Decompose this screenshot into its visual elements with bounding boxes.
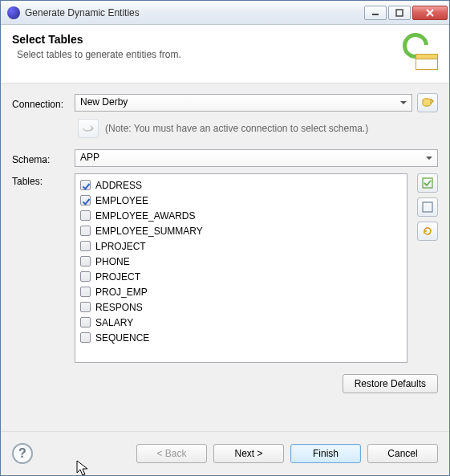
- table-name: LPROJECT: [95, 241, 146, 252]
- table-checkbox[interactable]: [80, 241, 91, 251]
- tables-list[interactable]: ADDRESSEMPLOYEEEMPLOYEE_AWARDSEMPLOYEE_S…: [75, 173, 407, 363]
- next-button[interactable]: Next >: [213, 444, 284, 463]
- select-all-icon: [422, 177, 433, 189]
- schema-value: APP: [80, 152, 99, 163]
- deselect-all-button[interactable]: [417, 197, 438, 217]
- table-row[interactable]: PROJECT: [75, 269, 407, 284]
- table-row[interactable]: EMPLOYEE_SUMMARY: [75, 223, 407, 238]
- help-button[interactable]: ?: [12, 443, 33, 464]
- mouse-cursor-icon: [76, 460, 91, 476]
- table-checkbox[interactable]: [80, 180, 91, 190]
- table-name: SALARY: [95, 317, 133, 328]
- table-row[interactable]: RESPONS: [75, 299, 407, 315]
- select-all-button[interactable]: [417, 173, 438, 193]
- finish-button[interactable]: Finish: [290, 444, 361, 463]
- table-name: EMPLOYEE: [95, 195, 148, 206]
- table-row[interactable]: PHONE: [75, 254, 407, 269]
- table-name: ADDRESS: [95, 180, 142, 191]
- table-checkbox[interactable]: [80, 287, 91, 297]
- close-button[interactable]: [412, 6, 448, 20]
- wizard-icon: [399, 33, 438, 71]
- table-checkbox[interactable]: [80, 226, 91, 236]
- dialog-header: Select Tables Select tables to generate …: [1, 25, 449, 83]
- app-icon: [7, 6, 20, 19]
- table-row[interactable]: EMPLOYEE_AWARDS: [75, 208, 407, 223]
- table-checkbox[interactable]: [80, 195, 91, 205]
- table-checkbox[interactable]: [80, 210, 91, 221]
- table-name: RESPONS: [95, 302, 143, 313]
- window-title: Generate Dynamic Entities: [25, 7, 364, 18]
- restore-defaults-button[interactable]: Restore Defaults: [343, 374, 438, 393]
- table-row[interactable]: ADDRESS: [75, 177, 407, 193]
- back-button: < Back: [136, 444, 207, 463]
- table-row[interactable]: LPROJECT: [75, 238, 407, 254]
- cancel-button[interactable]: Cancel: [367, 444, 438, 463]
- connection-label: Connection:: [12, 96, 75, 110]
- table-row[interactable]: SEQUENCE: [75, 330, 407, 345]
- table-name: EMPLOYEE_SUMMARY: [95, 226, 203, 237]
- reconnect-button[interactable]: [78, 119, 99, 138]
- reconnect-icon: [82, 124, 95, 133]
- table-name: PROJECT: [95, 271, 140, 283]
- table-checkbox[interactable]: [80, 302, 91, 312]
- refresh-tables-button[interactable]: [417, 222, 438, 241]
- connection-value: New Derby: [80, 96, 128, 108]
- table-checkbox[interactable]: [80, 332, 91, 343]
- table-row[interactable]: PROJ_EMP: [75, 284, 407, 299]
- deselect-all-icon: [422, 201, 433, 213]
- schema-select[interactable]: APP: [75, 149, 438, 167]
- dialog-footer: ? < Back Next > Finish Cancel: [1, 432, 449, 475]
- page-subtitle: Select tables to generate entities from.: [17, 49, 393, 60]
- minimize-button[interactable]: [364, 6, 387, 20]
- svg-rect-5: [423, 178, 432, 188]
- refresh-icon: [422, 226, 433, 237]
- svg-rect-6: [423, 202, 432, 212]
- table-row[interactable]: EMPLOYEE: [75, 193, 407, 208]
- schema-label: Schema:: [12, 152, 75, 165]
- table-name: SEQUENCE: [95, 332, 149, 344]
- table-name: PROJ_EMP: [95, 287, 148, 298]
- table-row[interactable]: SALARY: [75, 315, 407, 330]
- table-checkbox[interactable]: [80, 256, 91, 266]
- page-title: Select Tables: [12, 33, 393, 46]
- table-name: PHONE: [95, 256, 130, 267]
- table-checkbox[interactable]: [80, 317, 91, 328]
- table-checkbox[interactable]: [80, 271, 91, 282]
- tables-label: Tables:: [12, 173, 75, 187]
- dialog-window: Generate Dynamic Entities Select Tables …: [0, 0, 450, 476]
- new-connection-button[interactable]: [417, 93, 438, 112]
- new-connection-icon: [421, 97, 434, 108]
- maximize-button[interactable]: [388, 6, 411, 20]
- title-bar[interactable]: Generate Dynamic Entities: [1, 1, 449, 25]
- svg-rect-1: [396, 10, 403, 16]
- table-name: EMPLOYEE_AWARDS: [95, 210, 195, 222]
- dialog-body: Connection: New Derby (Note: You must ha…: [1, 83, 449, 428]
- connection-select[interactable]: New Derby: [75, 94, 412, 112]
- connection-note: (Note: You must have an active connectio…: [105, 123, 368, 134]
